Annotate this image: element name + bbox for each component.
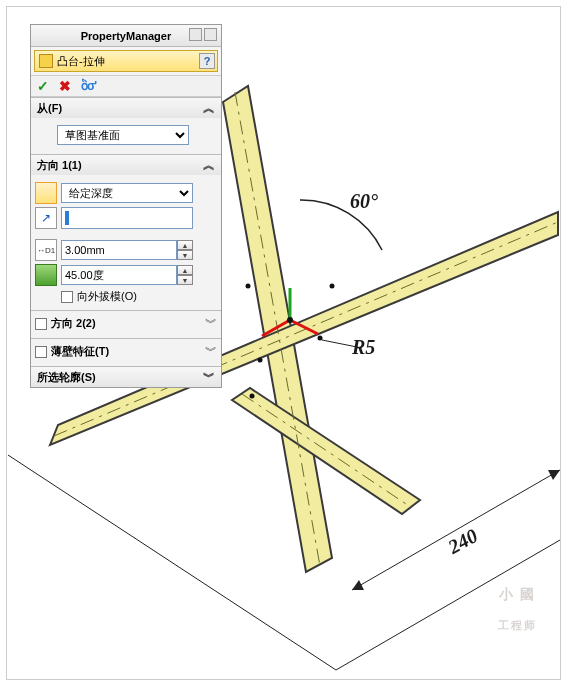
section-from-header[interactable]: 从(F) ︽ <box>31 98 221 118</box>
svg-marker-13 <box>548 470 560 480</box>
extrude-icon <box>39 54 53 68</box>
cancel-button[interactable]: ✖ <box>59 78 71 94</box>
feature-name-row: 凸台-拉伸 ? <box>34 50 218 72</box>
property-manager-panel: PropertyManager 凸台-拉伸 ? ✓ ✖ ὃσ' 从(F) ︽ 草… <box>30 24 222 388</box>
draft-icon[interactable] <box>35 264 57 286</box>
chevron-down-icon: ︾ <box>203 369 215 386</box>
chevron-up-icon: ︽ <box>203 157 215 174</box>
chevron-up-icon: ︽ <box>203 100 215 117</box>
section-contours-header[interactable]: 所选轮廓(S) ︾ <box>31 367 221 387</box>
pm-title-text: PropertyManager <box>81 30 171 42</box>
svg-point-15 <box>287 317 293 323</box>
section-thin: 薄壁特征(T) ︾ <box>31 338 221 366</box>
feature-name: 凸台-拉伸 <box>57 54 105 69</box>
depth-up[interactable]: ▲ <box>177 240 193 250</box>
draft-outward-label: 向外拔模(O) <box>77 289 137 304</box>
draft-outward-checkbox[interactable] <box>61 291 73 303</box>
dir2-title[interactable]: 方向 2(2) <box>51 316 201 331</box>
thin-title[interactable]: 薄壁特征(T) <box>51 344 201 359</box>
section-dir1-header[interactable]: 方向 1(1) ︽ <box>31 155 221 175</box>
depth-input[interactable] <box>61 240 177 260</box>
expand-icon[interactable] <box>204 28 217 41</box>
section-contours: 所选轮廓(S) ︾ <box>31 366 221 387</box>
draft-up[interactable]: ▲ <box>177 265 193 275</box>
svg-point-20 <box>318 336 323 341</box>
pm-title-bar: PropertyManager <box>31 25 221 47</box>
svg-point-17 <box>330 284 335 289</box>
reverse-direction-button[interactable] <box>35 182 57 204</box>
svg-marker-12 <box>352 580 364 590</box>
dim-radius[interactable]: R5 <box>352 336 375 359</box>
chevron-down-icon: ︾ <box>205 315 217 332</box>
svg-marker-4 <box>232 388 420 514</box>
dir2-checkbox[interactable] <box>35 318 47 330</box>
section-from: 从(F) ︽ 草图基准面 <box>31 97 221 154</box>
draft-input[interactable] <box>61 265 177 285</box>
from-plane-select[interactable]: 草图基准面 <box>57 125 189 145</box>
svg-line-1 <box>336 540 560 670</box>
depth-icon: ↔D1 <box>35 239 57 261</box>
dim-angle[interactable]: 60° <box>350 190 378 213</box>
thin-checkbox[interactable] <box>35 346 47 358</box>
help-button[interactable]: ? <box>199 53 215 69</box>
ok-button[interactable]: ✓ <box>37 78 49 94</box>
action-row: ✓ ✖ ὃσ' <box>31 75 221 97</box>
direction-arrow-icon[interactable]: ↗ <box>35 207 57 229</box>
svg-line-0 <box>8 455 336 670</box>
direction-reference-field[interactable] <box>61 207 193 229</box>
end-condition-select[interactable]: 给定深度 <box>61 183 193 203</box>
svg-point-16 <box>246 284 251 289</box>
chevron-down-icon: ︾ <box>205 343 217 360</box>
svg-point-18 <box>258 358 263 363</box>
detailed-preview-button[interactable]: ὃσ' <box>81 79 96 93</box>
svg-point-19 <box>250 394 255 399</box>
section-dir2: 方向 2(2) ︾ <box>31 310 221 338</box>
depth-down[interactable]: ▼ <box>177 250 193 260</box>
pin-icon[interactable] <box>189 28 202 41</box>
section-dir1: 方向 1(1) ︽ 给定深度 ↗ ↔D1 ▲▼ <box>31 154 221 310</box>
draft-down[interactable]: ▼ <box>177 275 193 285</box>
